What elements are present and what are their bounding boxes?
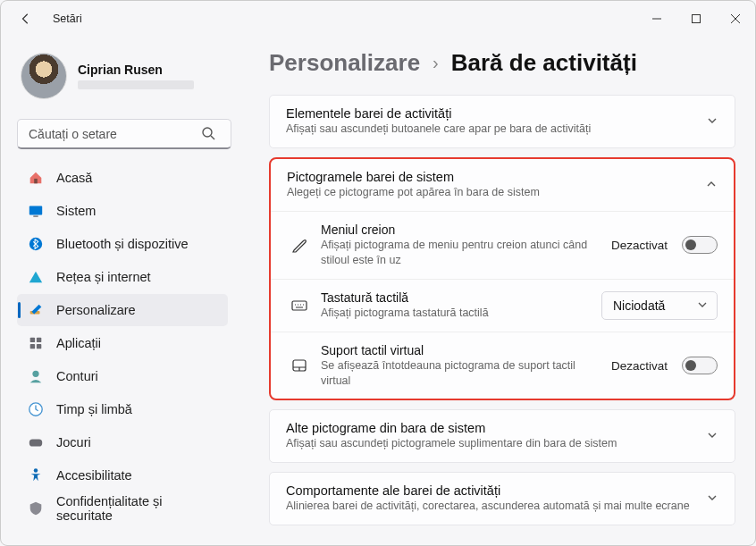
nav-personalization[interactable]: Personalizare [17,294,228,326]
row-pen-menu: Meniul creion Afișați pictograma de meni… [271,211,734,279]
svg-rect-9 [30,344,35,349]
row-title: Tastatură tactilă [321,290,587,305]
toggle-status: Dezactivat [611,239,668,252]
svg-rect-4 [33,215,38,216]
search-input[interactable] [17,119,231,149]
chevron-down-icon [706,114,718,127]
svg-point-1 [203,128,212,137]
breadcrumb-parent[interactable]: Personalizare [269,49,420,77]
nav-time[interactable]: Timp și limbă [17,393,228,425]
nav-accounts[interactable]: Conturi [17,360,228,392]
privacy-icon [28,500,44,517]
system-icon [28,203,44,219]
svg-point-11 [32,371,38,377]
section-subtitle: Afișați sau ascundeți pictogramele supli… [286,437,706,449]
nav-label: Sistem [56,204,96,218]
nav-privacy[interactable]: Confidențialitate și securitate [17,492,228,525]
nav-list: Acasă Sistem Bluetooth și dispozitive Re… [17,162,231,525]
section-subtitle: Alegeți ce pictograme pot apărea în bara… [287,186,705,198]
nav-label: Timp și limbă [56,402,132,416]
svg-rect-7 [30,338,35,342]
nav-label: Confidențialitate și securitate [56,494,219,523]
sidebar: Ciprian Rusen Acasă Sistem Bluetooth și … [1,37,242,546]
nav-gaming[interactable]: Jocuri [17,426,228,458]
window-title: Setări [53,13,82,25]
row-subtitle: Afișați pictograma de meniu pentru creio… [321,238,597,268]
nav-home[interactable]: Acasă [17,162,228,194]
nav-apps[interactable]: Aplicații [17,327,228,359]
chevron-down-icon [706,491,718,504]
minimize-button[interactable] [637,1,676,37]
gaming-icon [28,434,44,450]
close-button[interactable] [716,1,755,37]
avatar [21,53,67,99]
get-help-link[interactable]: Obținere ajutor [269,534,735,546]
touch-keyboard-dropdown[interactable]: Niciodată [601,291,718,320]
apps-icon [28,335,44,351]
nav-label: Rețea și internet [56,270,151,284]
main-content: Personalizare › Bară de activități Eleme… [242,37,755,546]
back-button[interactable] [13,6,38,31]
nav-label: Jocuri [56,435,91,449]
row-touch-keyboard: Tastatură tactilă Afișați pictograma tas… [271,279,734,332]
chevron-down-icon [706,429,718,441]
personalization-icon [28,302,44,318]
time-icon [28,401,44,417]
title-bar: Setări [1,1,755,37]
maximize-button[interactable] [676,1,716,37]
row-subtitle: Afișați pictograma tastatură tactilă [321,306,587,321]
nav-bluetooth[interactable]: Bluetooth și dispozitive [17,228,228,260]
svg-point-14 [34,468,38,473]
nav-label: Accesibilitate [56,468,132,483]
section-title: Elementele barei de activități [286,106,706,121]
section-title: Comportamente ale barei de activități [286,483,706,498]
section-title: Alte pictograme din bara de sistem [286,421,706,435]
nav-label: Bluetooth și dispozitive [56,237,189,251]
row-subtitle: Se afișează întotdeauna pictograma de su… [321,358,597,389]
svg-rect-0 [693,15,701,23]
nav-label: Aplicații [56,336,101,350]
section-other-tray-icons[interactable]: Alte pictograme din bara de sistem Afișa… [269,409,735,463]
row-title: Suport tactil virtual [321,343,597,357]
accounts-icon [28,368,44,384]
user-email-redacted [78,80,194,89]
nav-label: Conturi [56,369,98,383]
pen-icon [290,236,308,254]
svg-rect-10 [37,344,41,349]
nav-accessibility[interactable]: Accesibilitate [17,459,228,491]
nav-label: Acasă [56,171,92,185]
row-title: Meniul creion [321,223,597,237]
svg-rect-13 [29,439,42,446]
chevron-up-icon [705,178,718,190]
search-icon [201,126,215,144]
svg-rect-2 [34,179,38,183]
home-icon [28,170,44,186]
chevron-right-icon: › [433,53,439,73]
toggle-status: Dezactivat [611,359,668,373]
svg-rect-3 [29,206,42,215]
svg-rect-8 [37,338,41,342]
section-taskbar-behaviors[interactable]: Comportamente ale barei de activități Al… [269,472,735,525]
row-virtual-touchpad: Suport tactil virtual Se afișează întotd… [271,332,734,399]
pen-menu-toggle[interactable] [682,236,718,254]
virtual-touchpad-toggle[interactable] [682,357,718,374]
svg-rect-15 [292,301,307,310]
nav-network[interactable]: Rețea și internet [17,261,228,293]
section-header[interactable]: Pictogramele barei de sistem Alegeți ce … [271,159,734,211]
chevron-down-icon [697,298,708,313]
nav-system[interactable]: Sistem [17,195,228,227]
accessibility-icon [28,467,44,483]
breadcrumb: Personalizare › Bară de activități [269,49,735,77]
section-title: Pictogramele barei de sistem [287,170,705,184]
user-profile[interactable]: Ciprian Rusen [17,46,231,113]
section-system-tray-icons: Pictogramele barei de sistem Alegeți ce … [269,157,735,400]
touchpad-icon [290,357,308,374]
breadcrumb-current: Bară de activități [451,49,637,77]
section-taskbar-items[interactable]: Elementele barei de activități Afișați s… [269,95,735,148]
section-subtitle: Afișați sau ascundeți butoanele care apa… [286,122,706,135]
dropdown-value: Niciodată [613,298,665,313]
nav-label: Personalizare [56,303,136,317]
user-name: Ciprian Rusen [78,63,194,77]
keyboard-icon [290,297,308,315]
bluetooth-icon [28,236,44,252]
